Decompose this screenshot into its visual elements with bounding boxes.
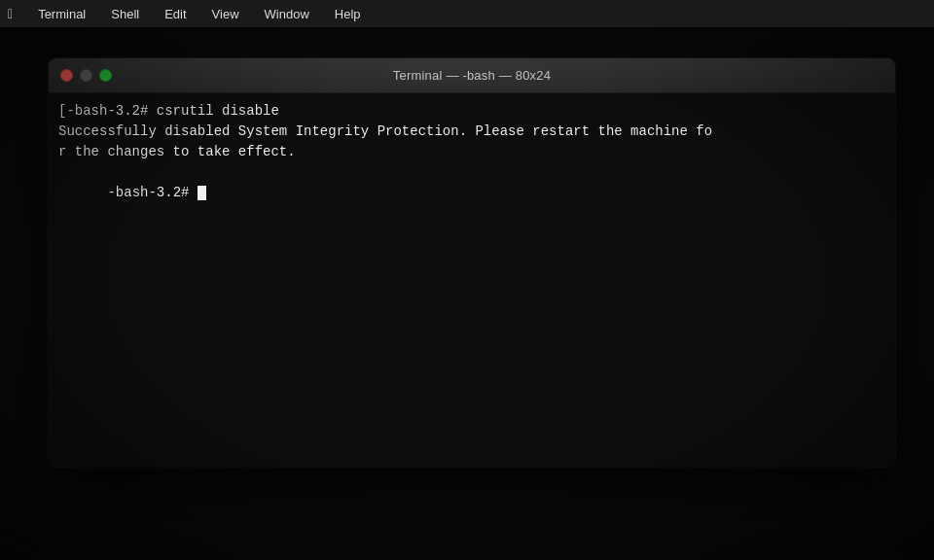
close-button[interactable] xyxy=(60,69,73,82)
window-buttons xyxy=(60,69,112,82)
terminal-line-2: Successfully disabled System Integrity P… xyxy=(58,122,885,142)
terminal-body[interactable]: [-bash-3.2# csrutil disable Successfully… xyxy=(49,93,895,467)
menu-item-help[interactable]: Help xyxy=(331,5,365,23)
menu-item-shell[interactable]: Shell xyxy=(107,5,143,23)
terminal-window: Terminal — -bash — 80x24 [-bash-3.2# csr… xyxy=(49,58,895,467)
maximize-button[interactable] xyxy=(99,69,112,82)
terminal-title: Terminal — -bash — 80x24 xyxy=(393,68,551,83)
terminal-cursor xyxy=(198,186,206,200)
menu-item-terminal[interactable]: Terminal xyxy=(34,5,90,23)
terminal-line-4: -bash-3.2# xyxy=(58,162,885,224)
menu-bar:  Terminal Shell Edit View Window Help xyxy=(0,0,934,27)
terminal-prompt: -bash-3.2# xyxy=(107,185,197,200)
terminal-titlebar: Terminal — -bash — 80x24 xyxy=(49,58,895,93)
terminal-line-3: r the changes to take effect. xyxy=(58,142,885,162)
menu-item-window[interactable]: Window xyxy=(261,5,313,23)
menu-item-view[interactable]: View xyxy=(208,5,243,23)
minimize-button[interactable] xyxy=(80,69,92,82)
terminal-line-1: [-bash-3.2# csrutil disable xyxy=(58,101,885,122)
apple-icon[interactable]:  xyxy=(8,6,13,21)
menu-item-edit[interactable]: Edit xyxy=(161,5,190,23)
